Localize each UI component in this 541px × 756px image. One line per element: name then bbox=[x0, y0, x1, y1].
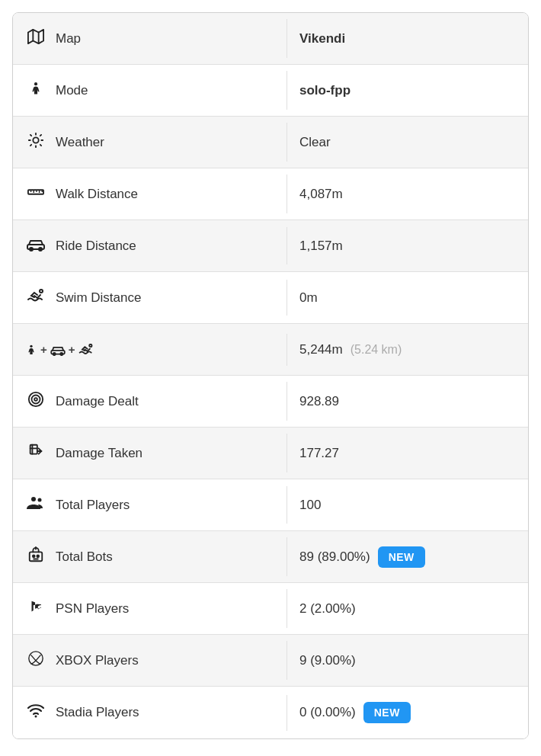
car-icon bbox=[25, 236, 46, 255]
svg-line-12 bbox=[40, 135, 41, 136]
svg-point-23 bbox=[30, 344, 32, 347]
svg-point-33 bbox=[31, 497, 36, 501]
svg-line-8 bbox=[40, 145, 41, 146]
table-row: Map Vikendi bbox=[13, 13, 528, 65]
label-total-players: Total Players bbox=[13, 486, 287, 524]
value-text: 4,087m bbox=[299, 187, 343, 202]
value-sub-text: (5.24 km) bbox=[351, 343, 402, 357]
label-ride-distance: Ride Distance bbox=[13, 227, 287, 264]
svg-point-29 bbox=[32, 396, 40, 404]
value-damage-taken: 177.27 bbox=[287, 437, 528, 470]
value-xbox-players: 9 (9.00%) bbox=[287, 644, 528, 678]
value-psn-players: 2 (2.00%) bbox=[287, 592, 528, 626]
label-text: Mode bbox=[56, 83, 88, 98]
label-text: Stadia Players bbox=[56, 705, 139, 720]
label-xbox-players: XBOX Players bbox=[13, 641, 287, 680]
svg-line-11 bbox=[30, 145, 31, 146]
label-damage-dealt: Damage Dealt bbox=[13, 382, 287, 421]
value-text: 0m bbox=[299, 290, 318, 306]
svg-point-3 bbox=[34, 82, 37, 85]
value-text: Vikendi bbox=[299, 31, 345, 46]
damage-taken-icon bbox=[25, 443, 46, 463]
value-text: 9 (9.00%) bbox=[299, 653, 356, 668]
svg-point-34 bbox=[38, 498, 42, 502]
label-map: Map bbox=[13, 19, 287, 58]
bot-icon bbox=[25, 546, 46, 567]
table-row: Swim Distance 0m bbox=[13, 272, 528, 324]
svg-rect-35 bbox=[30, 552, 43, 561]
value-combined-distance: 5,244m (5.24 km) bbox=[287, 333, 528, 367]
svg-line-7 bbox=[30, 135, 31, 136]
map-icon bbox=[25, 28, 46, 49]
ruler-icon bbox=[25, 184, 46, 204]
value-walk-distance: 4,087m bbox=[287, 178, 528, 211]
value-total-bots: 89 (89.00%) NEW bbox=[287, 537, 528, 577]
value-text: 2 (2.00%) bbox=[299, 601, 356, 617]
svg-point-41 bbox=[35, 715, 37, 717]
table-row: Stadia Players 0 (0.00%) NEW bbox=[13, 687, 528, 738]
label-text: Total Players bbox=[56, 498, 130, 513]
table-row: + + 5,244m (5.24 km) bbox=[13, 324, 528, 376]
svg-point-40 bbox=[29, 652, 43, 665]
value-weather: Clear bbox=[287, 126, 528, 159]
new-badge: NEW bbox=[378, 546, 425, 568]
table-row: Damage Taken 177.27 bbox=[13, 428, 528, 479]
svg-marker-0 bbox=[28, 30, 43, 43]
svg-rect-31 bbox=[30, 445, 37, 454]
table-row: Weather Clear bbox=[13, 117, 528, 168]
players-icon bbox=[25, 495, 46, 514]
label-damage-taken: Damage Taken bbox=[13, 434, 287, 472]
value-text: 177.27 bbox=[299, 446, 339, 461]
label-text: Damage Dealt bbox=[56, 394, 139, 409]
label-text: Ride Distance bbox=[56, 239, 136, 254]
value-mode: solo-fpp bbox=[287, 74, 528, 107]
svg-point-36 bbox=[33, 555, 35, 557]
label-weather: Weather bbox=[13, 123, 287, 162]
svg-point-4 bbox=[33, 137, 38, 143]
svg-point-37 bbox=[37, 555, 39, 557]
value-ride-distance: 1,157m bbox=[287, 229, 528, 263]
value-text: 5,244m bbox=[299, 342, 343, 357]
label-text: Damage Taken bbox=[56, 446, 142, 461]
table-row: Mode solo-fpp bbox=[13, 65, 528, 117]
label-total-bots: Total Bots bbox=[13, 537, 287, 576]
label-text: XBOX Players bbox=[56, 653, 139, 668]
value-text: 0 (0.00%) bbox=[299, 705, 356, 720]
svg-point-22 bbox=[40, 290, 43, 293]
target-icon bbox=[25, 391, 46, 412]
label-text: PSN Players bbox=[56, 601, 129, 617]
value-text: 89 (89.00%) bbox=[299, 549, 370, 565]
combined-distance-icon: + + bbox=[25, 343, 94, 357]
label-swim-distance: Swim Distance bbox=[13, 280, 287, 316]
label-text: Weather bbox=[56, 135, 104, 150]
value-map: Vikendi bbox=[287, 22, 528, 56]
svg-point-30 bbox=[34, 398, 37, 401]
psn-icon bbox=[25, 598, 46, 619]
label-stadia-players: Stadia Players bbox=[13, 695, 287, 731]
table-row: Ride Distance 1,157m bbox=[13, 220, 528, 272]
value-text: 928.89 bbox=[299, 394, 339, 409]
value-text: solo-fpp bbox=[299, 83, 351, 98]
label-text: Total Bots bbox=[56, 549, 113, 565]
value-stadia-players: 0 (0.00%) NEW bbox=[287, 693, 528, 732]
value-swim-distance: 0m bbox=[287, 281, 528, 315]
table-row: XBOX Players 9 (9.00%) bbox=[13, 635, 528, 687]
xbox-icon bbox=[25, 650, 46, 671]
value-total-players: 100 bbox=[287, 489, 528, 522]
stats-table: Map Vikendi Mode solo-fpp bbox=[12, 12, 529, 739]
swim-icon bbox=[25, 289, 46, 306]
value-text: Clear bbox=[299, 135, 331, 150]
label-text: Swim Distance bbox=[56, 290, 141, 306]
svg-point-27 bbox=[89, 344, 91, 347]
table-row: Damage Dealt 928.89 bbox=[13, 376, 528, 428]
table-row: PSN Players 2 (2.00%) bbox=[13, 583, 528, 635]
table-row: Walk Distance 4,087m bbox=[13, 168, 528, 220]
label-walk-distance: Walk Distance bbox=[13, 175, 287, 213]
value-damage-dealt: 928.89 bbox=[287, 385, 528, 418]
label-mode: Mode bbox=[13, 71, 287, 110]
table-row: Total Bots 89 (89.00%) NEW bbox=[13, 531, 528, 583]
new-badge: NEW bbox=[363, 702, 411, 723]
label-text: Map bbox=[56, 31, 81, 46]
stadia-icon bbox=[25, 704, 46, 722]
value-text: 1,157m bbox=[299, 239, 343, 254]
